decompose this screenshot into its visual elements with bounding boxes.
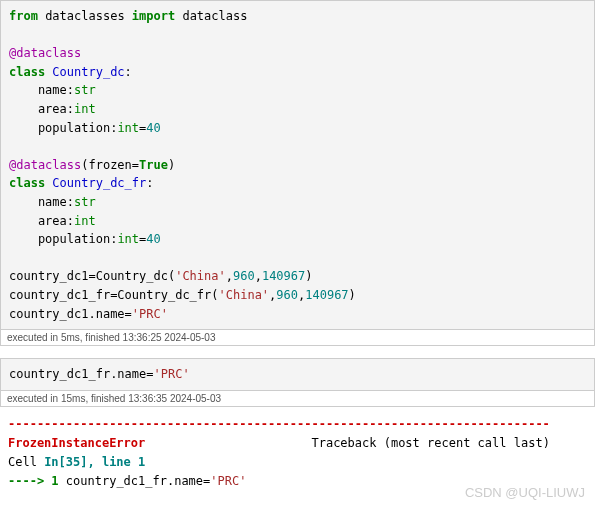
num-140967-1: 140967 [262, 269, 305, 283]
comma-1: , [226, 269, 233, 283]
module-name: dataclasses [38, 9, 132, 23]
type-int-3: int [74, 214, 96, 228]
decorator-2c: ) [168, 158, 175, 172]
cell-label: Cell [8, 455, 44, 469]
str-china-1: 'China' [175, 269, 226, 283]
cell-gap [0, 346, 595, 358]
kw-class-2: class [9, 176, 45, 190]
err-line-body: country_dc1_fr.name= [59, 474, 211, 488]
bool-true: True [139, 158, 168, 172]
type-str-2: str [74, 195, 96, 209]
kw-from: from [9, 9, 38, 23]
code-cell-2[interactable]: country_dc1_fr.name='PRC' [0, 358, 595, 391]
field-name-2: name: [9, 195, 74, 209]
code-cell-1[interactable]: from dataclasses import dataclass @datac… [0, 0, 595, 330]
class-name-1: Country_dc [45, 65, 124, 79]
decorator-2b: (frozen= [81, 158, 139, 172]
traceback-divider: ----------------------------------------… [8, 415, 587, 434]
type-int: int [74, 102, 96, 116]
field-name: name: [9, 83, 74, 97]
assign-3: country_dc1.name= [9, 307, 132, 321]
colon-2: : [146, 176, 153, 190]
kw-class-1: class [9, 65, 45, 79]
arrow-marker: ----> 1 [8, 474, 59, 488]
in-number: In[35], line 1 [44, 455, 145, 469]
type-int-2: int [117, 121, 139, 135]
error-name-1: FrozenInstanceError [8, 436, 145, 450]
kw-import: import [132, 9, 175, 23]
exec-info-2: executed in 15ms, finished 13:36:35 2024… [0, 391, 595, 407]
num-960-2: 960 [276, 288, 298, 302]
traceback-label: Traceback (most recent call last) [311, 436, 549, 450]
decorator-1: @dataclass [9, 46, 81, 60]
num-960-1: 960 [233, 269, 255, 283]
assign-1: country_dc1=Country_dc( [9, 269, 175, 283]
class-name-2: Country_dc_fr [45, 176, 146, 190]
field-area-2: area: [9, 214, 74, 228]
close-1: ) [305, 269, 312, 283]
field-area: area: [9, 102, 74, 116]
assign-2: country_dc1_fr=Country_dc_fr( [9, 288, 219, 302]
type-int-4: int [117, 232, 139, 246]
num-140967-2: 140967 [305, 288, 348, 302]
num-40: 40 [146, 121, 160, 135]
comma-2: , [255, 269, 262, 283]
str-prc-3: 'PRC' [210, 474, 246, 488]
type-str: str [74, 83, 96, 97]
assign-fr: country_dc1_fr.name= [9, 367, 154, 381]
exec-info-1: executed in 5ms, finished 13:36:25 2024-… [0, 330, 595, 346]
error-output: ----------------------------------------… [0, 407, 595, 506]
decorator-2a: @dataclass [9, 158, 81, 172]
close-2: ) [349, 288, 356, 302]
num-40-2: 40 [146, 232, 160, 246]
str-prc-1: 'PRC' [132, 307, 168, 321]
notebook-container: from dataclasses import dataclass @datac… [0, 0, 595, 506]
spacer [145, 436, 311, 450]
field-pop: population: [9, 121, 117, 135]
import-name: dataclass [175, 9, 247, 23]
colon: : [125, 65, 132, 79]
field-pop-2: population: [9, 232, 117, 246]
str-prc-2: 'PRC' [154, 367, 190, 381]
str-china-2: 'China' [219, 288, 270, 302]
